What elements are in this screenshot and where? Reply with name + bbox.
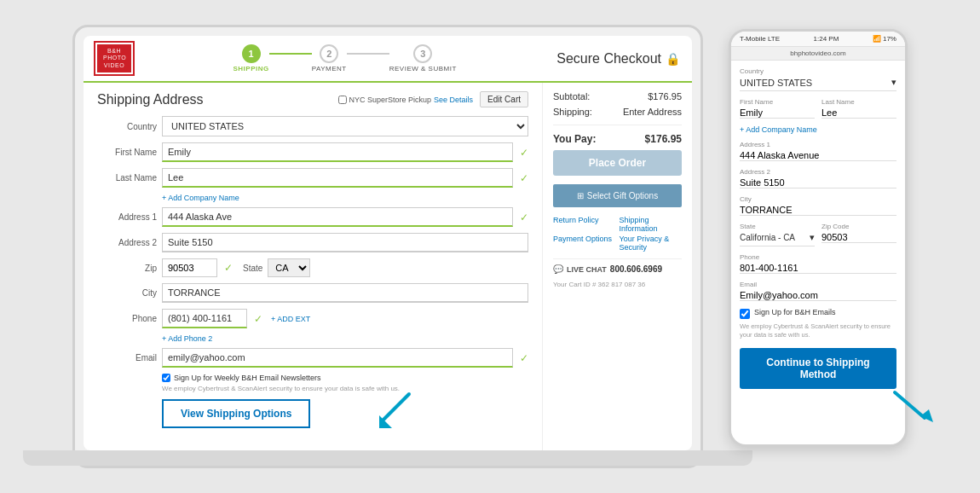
mobile-state-group: State California - CA ▾ — [740, 223, 815, 246]
mobile-zip-group: Zip Code — [821, 223, 896, 246]
state-dropdown-icon: ▾ — [810, 232, 815, 243]
mobile-email-input[interactable] — [740, 290, 896, 301]
view-shipping-button[interactable]: View Shipping Options — [162, 399, 310, 428]
add-phone-link[interactable]: + Add Phone 2 — [162, 334, 528, 343]
you-pay-value: $176.95 — [645, 133, 682, 145]
payment-options-link[interactable]: Payment Options — [553, 235, 616, 252]
step-2: 2 PAYMENT — [312, 44, 347, 72]
mobile-country-value[interactable]: UNITED STATES ▾ — [740, 77, 896, 91]
mobile-signup-label: Sign Up for B&H Emails — [754, 308, 836, 316]
step-3-circle: 3 — [413, 44, 432, 63]
country-select[interactable]: UNITED STATES — [162, 116, 528, 136]
mobile-first-name-group: First Name — [740, 98, 815, 119]
mobile-add-company[interactable]: + Add Company Name — [740, 125, 896, 134]
edit-cart-button[interactable]: Edit Cart — [480, 91, 528, 107]
nyc-pickup-checkbox[interactable] — [338, 96, 347, 104]
mobile-email-group: Email — [740, 281, 896, 301]
mobile-first-name-input[interactable] — [740, 107, 815, 119]
lock-icon: 🔒 — [666, 52, 680, 66]
city-input[interactable] — [162, 283, 528, 303]
security-note: We employ Cybertrust & ScanAlert securit… — [162, 385, 528, 392]
email-label: Email — [97, 353, 157, 362]
step-1-circle: 1 — [242, 44, 261, 63]
dropdown-icon: ▾ — [891, 77, 896, 88]
first-name-input[interactable] — [162, 142, 513, 162]
live-chat-number: 800.606.6969 — [610, 264, 662, 274]
zip-input[interactable] — [162, 258, 217, 277]
live-chat-row: 💬 LIVE CHAT 800.606.6969 — [553, 258, 682, 274]
last-name-check: ✓ — [520, 172, 528, 184]
mobile-phone-group: Phone — [740, 253, 896, 274]
mobile-state-value[interactable]: California - CA ▾ — [740, 232, 815, 246]
add-company-link[interactable]: + Add Company Name — [162, 194, 528, 202]
carrier-label: T-Mobile LTE — [740, 35, 780, 43]
phone-row: Phone ✓ + ADD EXT — [97, 309, 528, 328]
signal-icon: 📶 — [873, 35, 881, 43]
first-name-label: First Name — [97, 148, 157, 157]
address2-row: Address 2 — [97, 233, 528, 252]
state-select[interactable]: CA — [268, 258, 310, 277]
country-row: Country UNITED STATES — [97, 116, 528, 136]
bh-logo: B&H PHOTO VIDEO — [95, 43, 133, 74]
svg-line-0 — [383, 394, 409, 420]
add-ext-link[interactable]: + ADD EXT — [271, 315, 310, 323]
mobile-security-note: We employ Cybertrust & ScanAlert securit… — [740, 322, 896, 339]
nyc-pickup: NYC SuperStore Pickup See Details — [338, 96, 474, 104]
phone-content: Country UNITED STATES ▾ First Name Last … — [731, 61, 905, 444]
checkout-header: B&H PHOTO VIDEO 1 SHIPPING — [84, 36, 692, 83]
you-pay-row: You Pay: $176.95 — [553, 133, 682, 145]
phone-label: Phone — [97, 314, 157, 323]
mobile-state-label: State — [740, 223, 815, 230]
email-input[interactable] — [162, 348, 513, 368]
last-name-input[interactable] — [162, 168, 513, 188]
shipping-label: Shipping: — [553, 107, 592, 117]
form-title: Shipping Address — [97, 92, 204, 107]
mobile-last-name-label: Last Name — [821, 98, 896, 106]
email-signup-checkbox[interactable] — [162, 374, 170, 382]
mobile-city-input[interactable] — [740, 205, 896, 216]
city-row: City — [97, 283, 528, 303]
mobile-email-signup: Sign Up for B&H Emails — [740, 308, 896, 319]
gift-options-button[interactable]: ⊞ Select Gift Options — [553, 184, 682, 207]
phone-arrow-indicator — [886, 384, 937, 434]
zip-state-row: Zip ✓ State CA — [97, 258, 528, 277]
step-3-label: REVIEW & SUBMIT — [389, 65, 457, 72]
order-summary: Subtotal: $176.95 Shipping: Enter Addres… — [543, 83, 692, 450]
mobile-phone-label: Phone — [740, 253, 896, 261]
place-order-button[interactable]: Place Order — [553, 150, 682, 176]
address1-input[interactable] — [162, 207, 513, 227]
last-name-row: Last Name ✓ — [97, 168, 528, 188]
step-1: 1 SHIPPING — [233, 44, 268, 72]
step-3: 3 REVIEW & SUBMIT — [389, 44, 457, 72]
first-name-check: ✓ — [520, 147, 528, 159]
subtotal-value: $176.95 — [648, 91, 682, 102]
step-1-label: SHIPPING — [233, 65, 268, 72]
privacy-link[interactable]: Your Privacy & Security — [620, 235, 683, 252]
mobile-signup-checkbox[interactable] — [740, 309, 750, 319]
shipping-info-link[interactable]: Shipping Information — [620, 216, 683, 233]
chat-icon: 💬 — [553, 264, 563, 274]
email-row: Email ✓ — [97, 348, 528, 368]
mobile-first-name-label: First Name — [740, 98, 815, 106]
mobile-last-name-input[interactable] — [821, 107, 896, 119]
mobile-phone-input[interactable] — [740, 263, 896, 274]
status-time: 1:24 PM — [814, 35, 839, 43]
address1-check: ✓ — [520, 212, 528, 223]
summary-divider — [553, 125, 682, 125]
see-details-link[interactable]: See Details — [434, 96, 473, 104]
step-2-label: PAYMENT — [312, 65, 347, 72]
logo-line1: B&H — [103, 48, 125, 55]
mobile-address1-group: Address 1 — [740, 141, 896, 161]
arrow-indicator — [375, 386, 422, 436]
shipping-form: Shipping Address NYC SuperStore Pickup S… — [84, 83, 543, 450]
phone-arrow-svg — [886, 384, 937, 431]
address2-input[interactable] — [162, 233, 528, 252]
mobile-zip-input[interactable] — [821, 232, 896, 243]
svg-marker-3 — [920, 409, 933, 422]
phone-input[interactable] — [162, 309, 247, 328]
phone-status-bar: T-Mobile LTE 1:24 PM 📶 17% — [731, 32, 905, 46]
continue-shipping-button[interactable]: Continue to Shipping Method — [740, 348, 896, 389]
mobile-address1-input[interactable] — [740, 150, 896, 161]
mobile-address2-input[interactable] — [740, 177, 896, 188]
return-policy-link[interactable]: Return Policy — [553, 216, 616, 233]
